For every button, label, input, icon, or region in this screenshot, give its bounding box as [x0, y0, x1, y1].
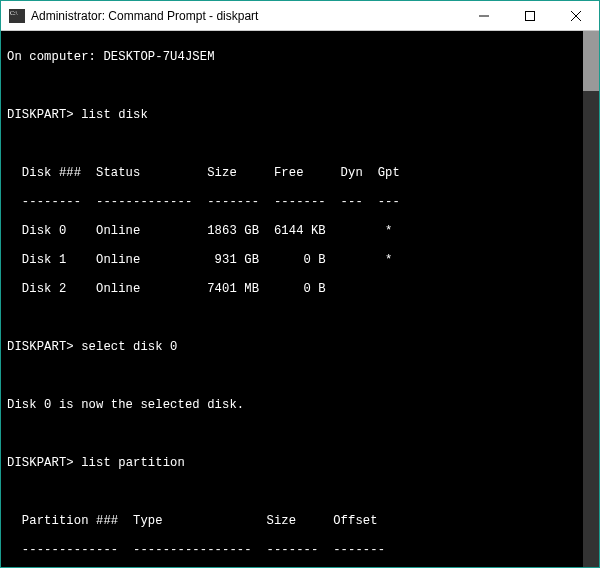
- scrollbar[interactable]: [583, 31, 599, 568]
- window-controls: [461, 1, 599, 31]
- partition-table-divider: ------------- ---------------- ------- -…: [7, 543, 593, 558]
- computer-name: DESKTOP-7U4JSEM: [103, 50, 214, 64]
- cmd-icon: [9, 9, 25, 23]
- blank-line: [7, 79, 593, 94]
- minimize-button[interactable]: [461, 1, 507, 31]
- disk-row: Disk 1 Online 931 GB 0 B *: [7, 253, 593, 268]
- window-title: Administrator: Command Prompt - diskpart: [31, 9, 461, 23]
- cmd-select-disk: select disk 0: [74, 340, 178, 354]
- prompt: DISKPART>: [7, 456, 74, 470]
- blank-line: [7, 311, 593, 326]
- cmd-list-partition: list partition: [74, 456, 185, 470]
- computer-prefix: On computer:: [7, 50, 103, 64]
- prompt: DISKPART>: [7, 108, 74, 122]
- blank-line: [7, 485, 593, 500]
- partition-table-header: Partition ### Type Size Offset: [7, 514, 593, 529]
- prompt-line: DISKPART> list partition: [7, 456, 593, 471]
- prompt-line: DISKPART> select disk 0: [7, 340, 593, 355]
- window-titlebar: Administrator: Command Prompt - diskpart: [1, 1, 599, 31]
- scrollbar-thumb[interactable]: [583, 31, 599, 91]
- blank-line: [7, 427, 593, 442]
- disk-row: Disk 2 Online 7401 MB 0 B: [7, 282, 593, 297]
- prompt-line: DISKPART> list disk: [7, 108, 593, 123]
- disk-row: Disk 0 Online 1863 GB 6144 KB *: [7, 224, 593, 239]
- prompt: DISKPART>: [7, 340, 74, 354]
- terminal-output[interactable]: On computer: DESKTOP-7U4JSEM DISKPART> l…: [1, 31, 599, 568]
- blank-line: [7, 369, 593, 384]
- maximize-button[interactable]: [507, 1, 553, 31]
- computer-line: On computer: DESKTOP-7U4JSEM: [7, 50, 593, 65]
- disk-table-header: Disk ### Status Size Free Dyn Gpt: [7, 166, 593, 181]
- disk-selected-msg: Disk 0 is now the selected disk.: [7, 398, 593, 413]
- svg-rect-1: [526, 11, 535, 20]
- disk-table-divider: -------- ------------- ------- ------- -…: [7, 195, 593, 210]
- blank-line: [7, 137, 593, 152]
- cmd-list-disk: list disk: [74, 108, 148, 122]
- close-button[interactable]: [553, 1, 599, 31]
